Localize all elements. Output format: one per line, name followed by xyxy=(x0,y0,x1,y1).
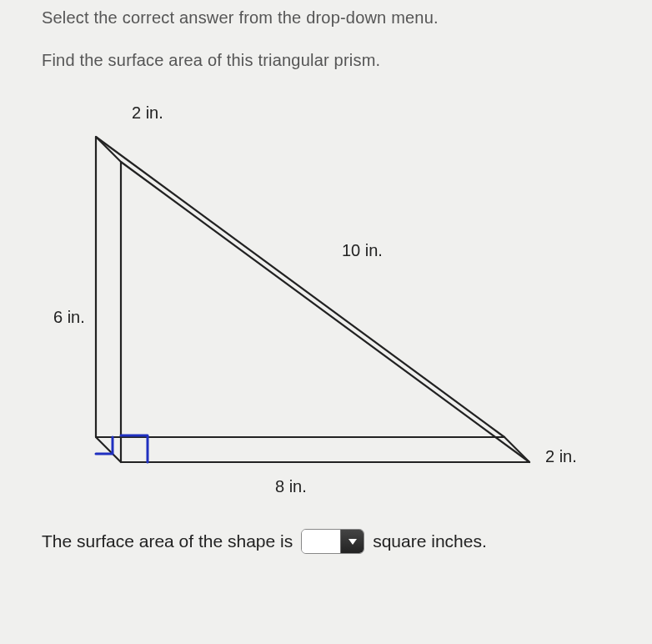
dropdown-toggle[interactable] xyxy=(340,530,364,553)
answer-suffix: square inches. xyxy=(373,531,487,551)
label-right-depth: 2 in. xyxy=(545,447,577,466)
svg-line-3 xyxy=(96,137,121,162)
svg-line-2 xyxy=(96,437,121,462)
answer-prefix: The surface area of the shape is xyxy=(42,531,293,551)
prism-figure: 2 in. 6 in. 10 in. 2 in. 8 in. xyxy=(42,103,575,504)
chevron-down-icon xyxy=(348,537,358,546)
label-height: 6 in. xyxy=(53,308,85,327)
instruction-text: Select the correct answer from the drop-… xyxy=(42,8,610,28)
answer-dropdown[interactable] xyxy=(301,529,364,554)
answer-sentence: The surface area of the shape is square … xyxy=(42,529,610,554)
svg-marker-1 xyxy=(96,137,504,437)
svg-line-4 xyxy=(504,437,529,462)
prism-svg xyxy=(42,103,575,504)
dropdown-value xyxy=(302,530,340,553)
svg-marker-0 xyxy=(121,162,529,462)
label-hypotenuse: 10 in. xyxy=(342,241,383,260)
svg-marker-5 xyxy=(349,539,357,545)
label-top-depth: 2 in. xyxy=(132,103,163,123)
label-base: 8 in. xyxy=(275,477,307,496)
prompt-text: Find the surface area of this triangular… xyxy=(42,51,610,70)
